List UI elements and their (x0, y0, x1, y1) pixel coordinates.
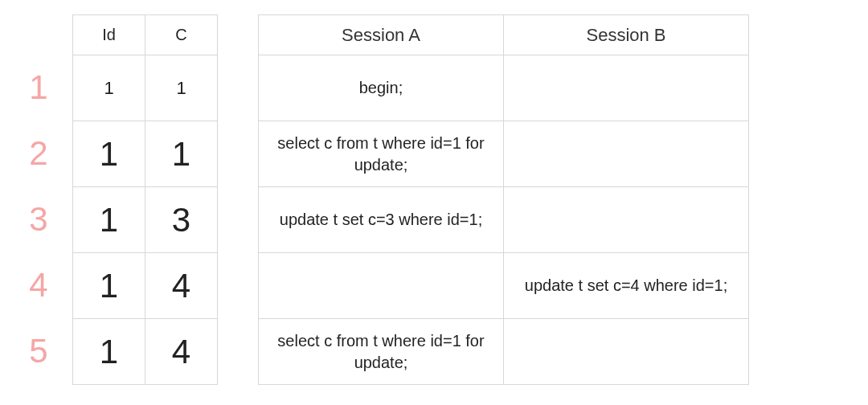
table-row: select c from t where id=1 for update; (259, 319, 749, 385)
cell-id: 1 (73, 253, 145, 319)
col-header-id: Id (73, 15, 145, 55)
cell-session-b (504, 55, 749, 121)
step-number: 3 (19, 186, 58, 252)
table-row: 1 3 (73, 187, 218, 253)
cell-c: 1 (145, 121, 218, 187)
cell-session-b (504, 121, 749, 187)
col-header-session-a: Session A (259, 15, 504, 55)
cell-session-b (504, 187, 749, 253)
step-numbers-column: 1 2 3 4 5 (19, 55, 58, 384)
table-row: update t set c=3 where id=1; (259, 187, 749, 253)
cell-id: 1 (73, 187, 145, 253)
cell-c: 3 (145, 187, 218, 253)
cell-c: 1 (145, 55, 218, 121)
cell-id: 1 (73, 121, 145, 187)
session-table: Session A Session B begin; select c from… (258, 14, 749, 385)
col-header-session-b: Session B (504, 15, 749, 55)
step-number: 1 (19, 55, 58, 121)
cell-session-a: begin; (259, 55, 504, 121)
step-number: 5 (19, 318, 58, 384)
cell-id: 1 (73, 55, 145, 121)
left-group: 1 2 3 4 5 Id C 1 1 1 1 (19, 14, 218, 385)
step-number: 2 (19, 121, 58, 186)
cell-c: 4 (145, 253, 218, 319)
cell-session-a: select c from t where id=1 for update; (259, 121, 504, 187)
col-header-c: C (145, 15, 218, 55)
data-table: Id C 1 1 1 1 1 3 1 4 (72, 14, 218, 385)
table-row: 1 4 (73, 319, 218, 385)
table-row: 1 1 (73, 121, 218, 187)
cell-session-a (259, 253, 504, 319)
cell-session-a: select c from t where id=1 for update; (259, 319, 504, 385)
cell-session-b (504, 319, 749, 385)
cell-c: 4 (145, 319, 218, 385)
table-row: begin; (259, 55, 749, 121)
table-row: update t set c=4 where id=1; (259, 253, 749, 319)
table-row: 1 1 (73, 55, 218, 121)
cell-id: 1 (73, 319, 145, 385)
table-row: 1 4 (73, 253, 218, 319)
diagram-wrap: 1 2 3 4 5 Id C 1 1 1 1 (19, 14, 849, 385)
cell-session-a: update t set c=3 where id=1; (259, 187, 504, 253)
table-row: select c from t where id=1 for update; (259, 121, 749, 187)
cell-session-b: update t set c=4 where id=1; (504, 253, 749, 319)
step-number: 4 (19, 252, 58, 318)
